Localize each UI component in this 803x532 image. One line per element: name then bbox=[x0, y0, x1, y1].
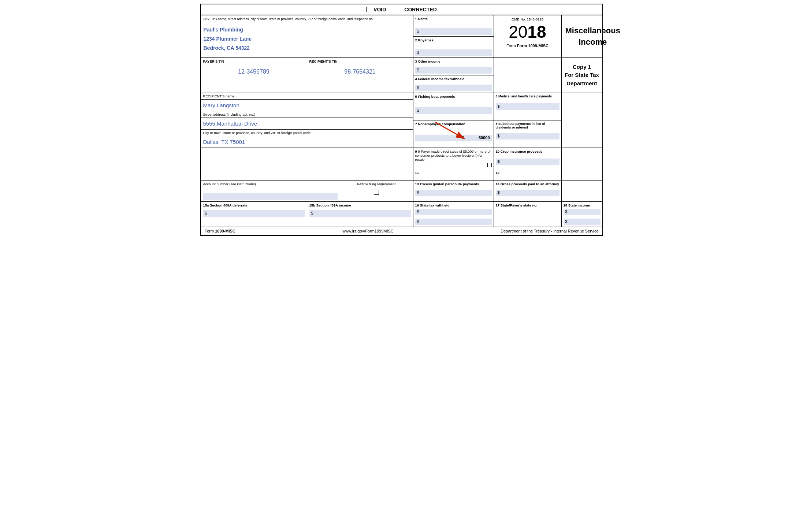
box16-value2[interactable]: $ bbox=[415, 219, 492, 225]
box6-label: 6 Medical and health care payments bbox=[496, 94, 560, 98]
box17-value2[interactable] bbox=[496, 219, 560, 225]
box5-value[interactable]: $ bbox=[415, 107, 492, 114]
box15b-value[interactable]: $ bbox=[309, 210, 411, 217]
box11-label: 11 bbox=[415, 171, 492, 175]
recipient-section: RECIPIENT'S name Mary Langston Street ad… bbox=[201, 93, 413, 148]
box3: 3 Other income $ bbox=[413, 58, 494, 75]
corrected-checkbox-item: CORRECTED bbox=[397, 7, 437, 12]
box9: 9 9 Payer made direct sales of $5,000 or… bbox=[413, 148, 494, 169]
section-f: Account number (see instructions) FATCA … bbox=[201, 181, 602, 202]
box17-label: 17 State/Payer's state no. bbox=[496, 203, 560, 207]
recipient-city-value: Dallas, TX 75001 bbox=[201, 136, 413, 148]
section-c-spacer bbox=[562, 93, 602, 148]
footer: Form 1099-MISC www.irs.gov/Form1099MISC … bbox=[201, 227, 602, 235]
box16-divider bbox=[415, 217, 492, 217]
footer-website: www.irs.gov/Form1099MISC bbox=[342, 229, 393, 233]
box18-label: 18 State income bbox=[564, 203, 601, 207]
box18-divider bbox=[564, 217, 601, 217]
corrected-label: CORRECTED bbox=[404, 7, 437, 12]
section-g: 15a Section 409A deferrals $ 15b Section… bbox=[201, 202, 602, 227]
account-number: Account number (see instructions) bbox=[201, 181, 340, 201]
payer-tin: PAYER'S TIN 12-3456789 bbox=[201, 58, 307, 93]
recipient-city-label: City or town, state or province, country… bbox=[201, 130, 413, 136]
form-1099-misc: VOID CORRECTED PAYER'S name, street addr… bbox=[200, 4, 603, 236]
box9-label: 9 9 Payer made direct sales of $5,000 or… bbox=[415, 149, 492, 161]
box8: 8 Substitute payments in lieu of dividen… bbox=[494, 120, 561, 148]
misc-income-text: Miscellaneous Income bbox=[565, 25, 620, 48]
misc-income-title: Miscellaneous Income bbox=[562, 15, 624, 57]
box5-label: 5 Fishing boat proceeds bbox=[415, 94, 492, 98]
void-label: VOID bbox=[373, 7, 386, 12]
recipient-address-value: 5555 Manhattan Drive bbox=[201, 118, 413, 130]
payer-tin-label: PAYER'S TIN bbox=[203, 59, 305, 63]
box2-value[interactable]: $ bbox=[415, 49, 492, 56]
box15a-label: 15a Section 409A deferrals bbox=[203, 203, 305, 207]
box7-value[interactable]: $ 50000 bbox=[415, 135, 492, 141]
box2-label: 2 Royalties bbox=[415, 38, 492, 42]
form-name-label: Form Form 1099-MISC bbox=[497, 44, 558, 48]
copy1-title: Copy 1 bbox=[565, 63, 599, 71]
payer-address: 1234 Plummer Lane bbox=[204, 34, 410, 44]
section-d: 9 9 Payer made direct sales of $5,000 or… bbox=[201, 148, 602, 169]
omb-number: OMB No. 1545-0115 bbox=[497, 17, 558, 21]
box1-label: 1 Rents bbox=[415, 17, 492, 21]
year-display: 2018 bbox=[497, 23, 558, 41]
box18-value2[interactable]: $ bbox=[564, 219, 601, 225]
fatca-checkbox-wrapper bbox=[342, 190, 411, 195]
box1-value[interactable]: $ bbox=[415, 28, 492, 35]
void-checkbox-item: VOID bbox=[366, 7, 386, 12]
payer-info: PAYER'S name, street address, city or to… bbox=[201, 15, 413, 57]
box14: 14 Gross proceeds paid to an attorney $ bbox=[494, 181, 562, 201]
year-suffix: 18 bbox=[528, 22, 546, 41]
copy1-subtitle-line1: For State Tax bbox=[565, 71, 599, 79]
box10-value[interactable]: $ bbox=[496, 159, 560, 165]
recipient-tin: RECIPIENT'S TIN 98-7654321 bbox=[307, 58, 413, 93]
box1: 1 Rents $ bbox=[413, 15, 494, 37]
boxes-3-4: 3 Other income $ 4 Federal income tax wi… bbox=[413, 58, 494, 93]
fatca: FATCA filing requirement bbox=[340, 181, 413, 201]
recipient-name-label: RECIPIENT'S name bbox=[201, 93, 413, 100]
section-d-spacer bbox=[201, 148, 413, 169]
box14-value[interactable]: $ bbox=[496, 190, 560, 196]
payer-name: Paul's Plumbing bbox=[204, 25, 410, 34]
account-number-value[interactable] bbox=[203, 193, 338, 200]
form-body: PAYER'S name, street address, city or to… bbox=[201, 15, 602, 235]
recipient-tin-label: RECIPIENT'S TIN bbox=[309, 59, 411, 63]
section-b: PAYER'S TIN 12-3456789 RECIPIENT'S TIN 9… bbox=[201, 58, 602, 93]
fatca-checkbox[interactable] bbox=[374, 190, 379, 195]
section-a: PAYER'S name, street address, city or to… bbox=[201, 15, 602, 58]
top-bar: VOID CORRECTED bbox=[201, 4, 602, 15]
boxes-5-8-left: 5 Fishing boat proceeds $ 7 Nonemployee … bbox=[413, 93, 494, 148]
box13-label: 13 Excess golden parachute payments bbox=[415, 182, 492, 186]
void-checkbox[interactable] bbox=[366, 7, 371, 12]
recipient-name-value: Mary Langston bbox=[201, 100, 413, 111]
box4-label: 4 Federal income tax withheld bbox=[415, 77, 492, 81]
box17-divider bbox=[496, 217, 560, 217]
box10-label: 10 Crop insurance proceeds bbox=[496, 149, 560, 153]
payer-section-label: PAYER'S name, street address, city or to… bbox=[204, 17, 410, 21]
box6-value[interactable]: $ bbox=[496, 103, 560, 110]
box8-value[interactable]: $ bbox=[496, 133, 560, 139]
box9-checkbox-row bbox=[415, 163, 492, 167]
box13: 13 Excess golden parachute payments $ bbox=[413, 181, 494, 201]
payer-city: Bedrock, CA 54322 bbox=[204, 44, 410, 53]
box14-label: 14 Gross proceeds paid to an attorney bbox=[496, 182, 560, 186]
copy1-text: Copy 1 For State Tax Department bbox=[562, 58, 602, 93]
box13-value[interactable]: $ bbox=[415, 190, 492, 196]
box4-value[interactable]: $ bbox=[415, 85, 492, 91]
box15a-value[interactable]: $ bbox=[203, 210, 305, 217]
box15b-label: 15b Section 409A income bbox=[309, 203, 411, 207]
box18-value1[interactable]: $ bbox=[564, 209, 601, 215]
box8-label: 8 Substitute payments in lieu of dividen… bbox=[496, 122, 560, 129]
box9-checkbox[interactable] bbox=[487, 163, 492, 167]
box17-value1[interactable] bbox=[496, 209, 560, 215]
box17: 17 State/Payer's state no. bbox=[494, 202, 562, 227]
footer-dept: Department of the Treasury - Internal Re… bbox=[501, 229, 598, 233]
account-number-label: Account number (see instructions) bbox=[203, 182, 338, 186]
box3-value[interactable]: $ bbox=[415, 67, 492, 74]
year-prefix: 20 bbox=[509, 22, 527, 41]
corrected-checkbox[interactable] bbox=[397, 7, 402, 12]
omb-year-cell: OMB No. 1545-0115 2018 Form Form 1099-MI… bbox=[494, 15, 562, 57]
box16-value1[interactable]: $ bbox=[415, 209, 492, 215]
box4: 4 Federal income tax withheld $ bbox=[413, 75, 494, 93]
